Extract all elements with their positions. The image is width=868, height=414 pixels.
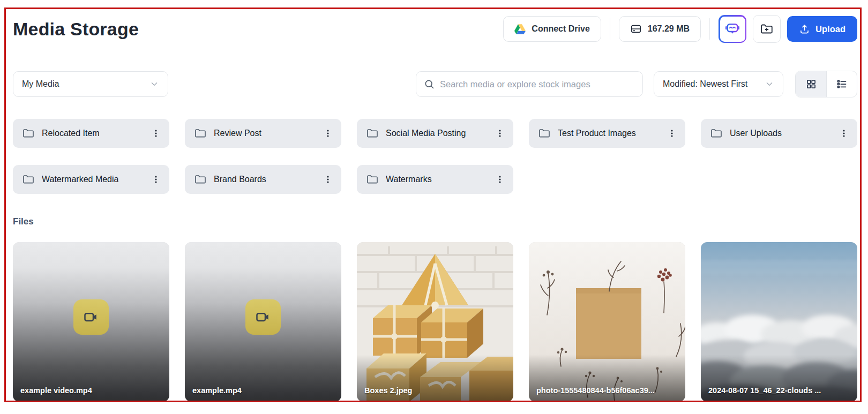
file-card-image[interactable]: 2024-08-07 15_46_22-clouds ... — [701, 242, 857, 402]
storage-usage-value: 167.29 MB — [648, 24, 690, 34]
upload-button[interactable]: Upload — [787, 16, 857, 42]
folder-menu-button[interactable] — [492, 171, 508, 187]
ai-assistant-button[interactable] — [719, 15, 746, 43]
ai-assistant-icon — [724, 21, 740, 37]
folder-icon — [366, 174, 378, 185]
media-filter-select[interactable]: My Media — [13, 71, 168, 97]
file-name: Boxes 2.jpeg — [364, 386, 508, 395]
folder-icon — [194, 174, 206, 185]
file-card-image[interactable]: Boxes 2.jpeg — [357, 242, 513, 402]
folder-menu-button[interactable] — [148, 125, 164, 141]
page-header: Media Storage Connect Drive — [13, 15, 857, 43]
grid-view-button[interactable] — [796, 71, 826, 97]
file-card-video[interactable]: example video.mp4 — [13, 242, 169, 402]
chevron-down-icon — [149, 79, 159, 89]
hard-drive-icon — [630, 23, 642, 35]
folder-card-brand-boards[interactable]: Brand Boards — [185, 165, 341, 194]
file-card-video[interactable]: example.mp4 — [185, 242, 341, 402]
media-storage-page: Media Storage Connect Drive — [13, 7, 857, 402]
page-title: Media Storage — [13, 19, 139, 40]
files-section-heading: Files — [13, 216, 857, 227]
folder-menu-button[interactable] — [836, 125, 852, 141]
folder-card-test-product-images[interactable]: Test Product Images — [529, 119, 685, 148]
storage-usage-chip[interactable]: 167.29 MB — [619, 16, 701, 42]
folder-menu-button[interactable] — [320, 171, 336, 187]
divider — [709, 18, 710, 40]
search-input[interactable] — [440, 79, 635, 89]
folder-card-watermarked-media[interactable]: Watermarked Media — [13, 165, 169, 194]
divider — [610, 18, 610, 40]
sort-value: Modified: Newest First — [663, 79, 747, 89]
grid-view-icon — [806, 79, 817, 89]
video-camera-icon — [255, 309, 271, 325]
view-mode-toggle — [795, 71, 857, 97]
search-box — [416, 71, 643, 97]
folder-name: Social Media Posting — [386, 129, 466, 138]
folder-plus-icon — [760, 22, 773, 35]
google-drive-icon — [514, 24, 526, 34]
folder-grid: Relocated Item Review Post Social Media … — [13, 119, 857, 194]
filter-toolbar: My Media Modified: Newest First — [13, 71, 857, 97]
folder-name: Brand Boards — [214, 175, 266, 184]
folder-menu-button[interactable] — [492, 125, 508, 141]
folder-name: User Uploads — [730, 129, 782, 138]
folder-card-relocated-item[interactable]: Relocated Item — [13, 119, 169, 148]
folder-card-watermarks[interactable]: Watermarks — [357, 165, 513, 194]
file-name: example video.mp4 — [20, 386, 164, 395]
folder-name: Review Post — [214, 129, 261, 138]
list-view-icon — [836, 79, 847, 89]
media-filter-value: My Media — [22, 79, 59, 89]
folder-icon — [710, 127, 722, 139]
list-view-button[interactable] — [826, 71, 857, 97]
file-card-image[interactable]: photo-1555480844-b56f06ac39... — [529, 242, 685, 402]
connect-drive-button[interactable]: Connect Drive — [503, 16, 601, 42]
chevron-down-icon — [765, 79, 774, 89]
folder-name: Watermarks — [386, 175, 432, 184]
folder-icon — [194, 127, 206, 139]
folder-card-social-media-posting[interactable]: Social Media Posting — [357, 119, 513, 148]
file-name: example.mp4 — [192, 386, 336, 395]
folder-menu-button[interactable] — [148, 171, 164, 187]
video-camera-icon — [83, 309, 99, 325]
folder-icon — [23, 174, 34, 185]
folder-menu-button[interactable] — [664, 125, 680, 141]
folder-icon — [538, 127, 550, 139]
upload-label: Upload — [815, 24, 845, 34]
folder-name: Watermarked Media — [42, 175, 118, 184]
upload-icon — [799, 24, 810, 35]
folder-card-user-uploads[interactable]: User Uploads — [701, 119, 857, 148]
folder-card-review-post[interactable]: Review Post — [185, 119, 341, 148]
sort-select[interactable]: Modified: Newest First — [654, 71, 783, 97]
file-name: photo-1555480844-b56f06ac39... — [536, 386, 680, 395]
file-grid: example video.mp4 example.mp4 — [13, 242, 857, 402]
folder-menu-button[interactable] — [320, 125, 336, 141]
header-actions: Connect Drive 167.29 MB — [503, 15, 857, 43]
search-icon — [424, 79, 435, 89]
folder-name: Test Product Images — [558, 129, 636, 138]
folder-name: Relocated Item — [42, 129, 100, 138]
folder-icon — [366, 127, 378, 139]
folder-icon — [23, 127, 34, 139]
connect-drive-label: Connect Drive — [532, 24, 589, 34]
file-name: 2024-08-07 15_46_22-clouds ... — [708, 386, 852, 395]
create-folder-button[interactable] — [753, 15, 781, 43]
